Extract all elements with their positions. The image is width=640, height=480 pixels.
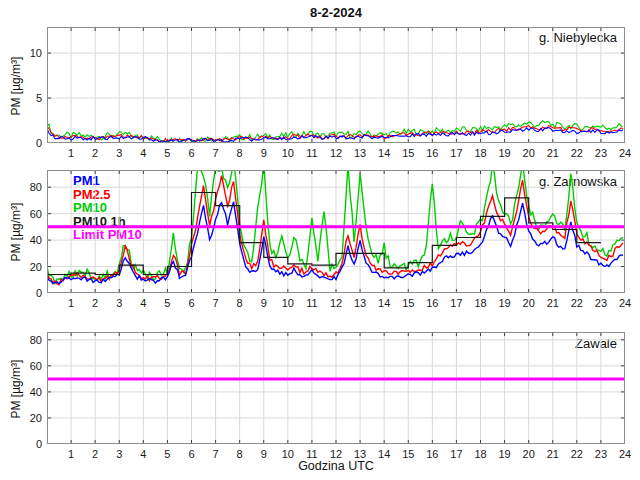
x-tick-label: 16 <box>420 448 444 460</box>
pm-figure: 8-2-2024 g. Niebylecka g. Zarnowska Zawa… <box>0 0 640 480</box>
y-tick-label: 20 <box>12 261 42 273</box>
x-tick-label: 7 <box>204 448 228 460</box>
x-tick-label: 14 <box>372 297 396 309</box>
x-tick-label: 19 <box>493 448 517 460</box>
x-tick-label: 5 <box>155 147 179 159</box>
x-tick-label: 24 <box>613 147 637 159</box>
x-tick-label: 7 <box>204 147 228 159</box>
x-tick-label: 15 <box>396 147 420 159</box>
y-tick-label: 80 <box>12 181 42 193</box>
x-tick-label: 4 <box>131 297 155 309</box>
x-tick-label: 13 <box>348 297 372 309</box>
x-tick-label: 17 <box>444 448 468 460</box>
x-tick-label: 5 <box>155 297 179 309</box>
x-tick-label: 12 <box>324 448 348 460</box>
x-tick-label: 10 <box>276 147 300 159</box>
panel-3-plot <box>47 332 625 444</box>
x-tick-label: 15 <box>396 297 420 309</box>
x-tick-label: 2 <box>83 147 107 159</box>
x-tick-label: 18 <box>469 448 493 460</box>
y-tick-label: 60 <box>12 360 42 372</box>
x-tick-label: 17 <box>444 297 468 309</box>
x-tick-label: 9 <box>252 147 276 159</box>
x-tick-label: 23 <box>589 297 613 309</box>
x-tick-label: 2 <box>83 448 107 460</box>
x-tick-label: 14 <box>372 147 396 159</box>
panel-1-plot <box>47 27 625 143</box>
x-tick-label: 10 <box>276 448 300 460</box>
x-tick-label: 22 <box>565 297 589 309</box>
x-tick-label: 3 <box>107 297 131 309</box>
x-tick-label: 24 <box>613 297 637 309</box>
y-tick-label: 60 <box>12 208 42 220</box>
x-tick-label: 22 <box>565 448 589 460</box>
y-tick-label: 20 <box>12 412 42 424</box>
y-tick-label: 40 <box>12 386 42 398</box>
x-tick-label: 11 <box>300 147 324 159</box>
panel-2-plot <box>47 170 625 293</box>
x-tick-label: 3 <box>107 448 131 460</box>
x-tick-label: 15 <box>396 448 420 460</box>
x-tick-label: 2 <box>83 297 107 309</box>
x-tick-label: 9 <box>252 448 276 460</box>
x-tick-label: 7 <box>204 297 228 309</box>
x-tick-label: 6 <box>180 297 204 309</box>
x-tick-label: 20 <box>517 147 541 159</box>
x-tick-label: 8 <box>228 147 252 159</box>
x-tick-label: 20 <box>517 297 541 309</box>
x-tick-label: 24 <box>613 448 637 460</box>
x-tick-label: 11 <box>300 297 324 309</box>
x-tick-label: 21 <box>541 297 565 309</box>
x-tick-label: 6 <box>180 147 204 159</box>
x-tick-label: 13 <box>348 147 372 159</box>
x-tick-label: 10 <box>276 297 300 309</box>
x-tick-label: 14 <box>372 448 396 460</box>
y-tick-label: 0 <box>12 137 42 149</box>
x-tick-label: 18 <box>469 147 493 159</box>
x-tick-label: 9 <box>252 297 276 309</box>
x-tick-label: 23 <box>589 147 613 159</box>
y-tick-label: 0 <box>12 287 42 299</box>
x-tick-label: 1 <box>59 147 83 159</box>
x-tick-label: 8 <box>228 448 252 460</box>
x-tick-label: 3 <box>107 147 131 159</box>
figure-title: 8-2-2024 <box>47 5 625 20</box>
x-tick-label: 12 <box>324 147 348 159</box>
y-tick-label: 80 <box>12 334 42 346</box>
x-tick-label: 5 <box>155 448 179 460</box>
x-tick-label: 17 <box>444 147 468 159</box>
x-tick-label: 23 <box>589 448 613 460</box>
x-tick-label: 6 <box>180 448 204 460</box>
x-tick-label: 20 <box>517 448 541 460</box>
x-tick-label: 18 <box>469 297 493 309</box>
x-tick-label: 4 <box>131 448 155 460</box>
y-axis-label-panel1: PM [µg/m³] <box>9 26 23 146</box>
x-tick-label: 19 <box>493 147 517 159</box>
x-tick-label: 8 <box>228 297 252 309</box>
y-tick-label: 0 <box>12 438 42 450</box>
x-tick-label: 16 <box>420 297 444 309</box>
x-tick-label: 16 <box>420 147 444 159</box>
y-tick-label: 5 <box>12 92 42 104</box>
x-tick-label: 13 <box>348 448 372 460</box>
x-tick-label: 1 <box>59 297 83 309</box>
x-tick-label: 22 <box>565 147 589 159</box>
x-tick-label: 11 <box>300 448 324 460</box>
x-tick-label: 1 <box>59 448 83 460</box>
x-tick-label: 21 <box>541 448 565 460</box>
y-tick-label: 40 <box>12 234 42 246</box>
x-tick-label: 12 <box>324 297 348 309</box>
x-axis-label: Godzina UTC <box>47 459 625 473</box>
x-tick-label: 21 <box>541 147 565 159</box>
x-tick-label: 19 <box>493 297 517 309</box>
x-tick-label: 4 <box>131 147 155 159</box>
y-tick-label: 10 <box>12 47 42 59</box>
